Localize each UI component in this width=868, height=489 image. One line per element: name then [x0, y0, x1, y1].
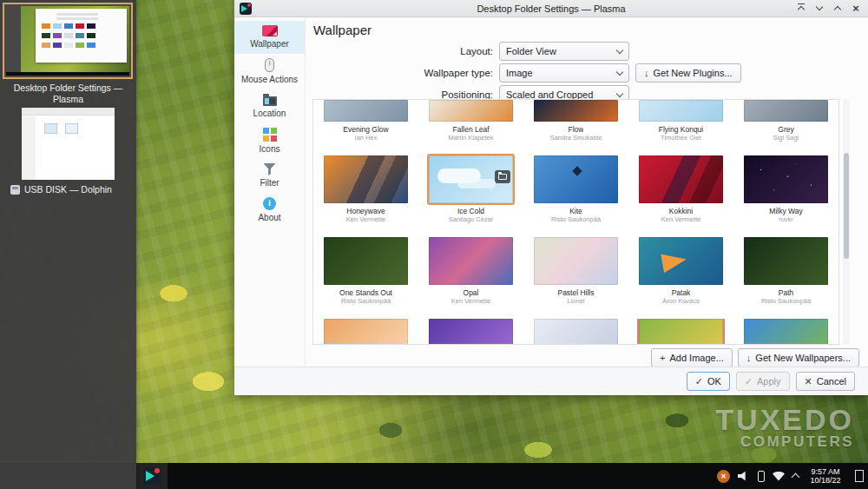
wallpaper-item-fallen-leaf[interactable]: Fallen LeafMartin Klapetek: [418, 100, 523, 142]
input-x-icon[interactable]: ✕: [717, 470, 730, 483]
maximize-button[interactable]: [831, 2, 845, 16]
wallpaper-name: Grey: [778, 125, 793, 134]
device-icon[interactable]: [758, 471, 765, 482]
sidebar-item-label: Location: [253, 109, 286, 118]
watermark-line1: TUXEDO: [715, 406, 854, 434]
wallpaper-item[interactable]: [523, 319, 628, 345]
wallpaper-thumbnail[interactable]: [429, 319, 513, 345]
wallpaper-thumbnail[interactable]: [324, 155, 408, 203]
close-button[interactable]: ×: [849, 2, 863, 16]
wallpaper-item-ice-cold[interactable]: Ice ColdSantiago Cézar: [418, 155, 523, 223]
window-preview-plasma[interactable]: [3, 3, 133, 79]
wallpaper-thumbnail[interactable]: [639, 319, 723, 345]
sidebar-item-about[interactable]: About: [234, 193, 305, 228]
add-image-button[interactable]: + Add Image...: [651, 348, 733, 367]
chevron-down-icon: [616, 89, 623, 96]
show-desktop-button[interactable]: [855, 470, 864, 482]
cancel-button[interactable]: ✕ Cancel: [796, 372, 855, 391]
wallpaper-thumbnail[interactable]: [429, 100, 513, 122]
window-preview-dolphin[interactable]: [22, 108, 115, 180]
mini-panel: [6, 6, 21, 76]
wallpaper-item-evening-glow[interactable]: Evening GlowIan Hex: [313, 100, 418, 142]
wallpaper-item-grey[interactable]: GreySigi Sagi: [733, 100, 838, 142]
folder-badge-icon[interactable]: [495, 170, 510, 183]
layout-dropdown[interactable]: Folder View: [499, 42, 629, 61]
mini-form-lines: [56, 13, 98, 16]
wallpaper-item-opal[interactable]: OpalKen Vermette: [418, 237, 523, 305]
wallpaper-name: Flying Konqui: [659, 125, 704, 134]
sidebar-item-location[interactable]: Location: [234, 89, 305, 123]
dialog-title: Desktop Folder Settings — Plasma: [234, 3, 868, 14]
wallpaper-author: Risto Saukonpää: [551, 215, 601, 223]
wallpaper-thumbnail[interactable]: [534, 100, 618, 122]
wallpaper-item-kokkini[interactable]: KokkiniKen Vermette: [628, 155, 733, 223]
wallpaper-item[interactable]: [733, 319, 838, 345]
wallpaper-type-label: Wallpaper type:: [306, 68, 499, 78]
mini-taskbar: [6, 72, 129, 76]
check-icon: ✓: [695, 376, 703, 387]
wallpaper-thumbnail[interactable]: [429, 155, 513, 203]
volume-icon[interactable]: [738, 471, 750, 481]
sidebar-item-label: Icons: [260, 144, 280, 154]
wallpaper-item-patak[interactable]: PatakÁron Kovács: [628, 237, 733, 305]
wallpaper-item-one-stands-out[interactable]: One Stands OutRisto Saukonpää: [313, 237, 418, 305]
dolphin-window-thumbnail: [22, 108, 115, 180]
wallpaper-thumbnail[interactable]: [744, 155, 828, 203]
wallpaper-name: Ice Cold: [457, 207, 484, 215]
wallpaper-thumbnail[interactable]: [324, 100, 408, 122]
expand-tray-icon[interactable]: [792, 473, 800, 482]
wallpaper-author: Martin Klapetek: [448, 134, 493, 142]
wallpaper-item[interactable]: [313, 319, 418, 345]
keep-above-icon: [798, 6, 805, 13]
wallpaper-item[interactable]: [418, 319, 523, 345]
wallpaper-thumbnail[interactable]: [324, 319, 408, 345]
sidebar-item-icons[interactable]: Icons: [234, 123, 305, 159]
wallpaper-thumbnail[interactable]: [534, 155, 618, 203]
wallpaper-item-flying-konqui[interactable]: Flying KonquiTimothée Giet: [628, 100, 733, 142]
wallpaper-thumbnail[interactable]: [534, 237, 618, 285]
sidebar-item-label: Filter: [260, 178, 279, 188]
window-preview-title: Desktop Folder Settings — Plasma: [5, 83, 131, 104]
clock-date: 10/18/22: [806, 476, 845, 485]
get-new-plugins-button[interactable]: ↓ Get New Plugins...: [635, 63, 741, 83]
wallpaper-item-milky-way[interactable]: Milky Wayruvkr: [733, 155, 838, 223]
keep-above-button[interactable]: [794, 2, 808, 16]
wallpaper-item-flow[interactable]: FlowSandra Smukaste: [523, 100, 628, 142]
sidebar-item-label: About: [258, 213, 280, 222]
system-tray: ✕ 9:57 AM 10/18/22: [717, 467, 868, 485]
chevron-down-icon: [616, 46, 623, 53]
wallpaper-thumbnail[interactable]: [639, 155, 723, 203]
apply-button[interactable]: ✓ Apply: [736, 372, 790, 391]
wallpaper-author: Risto Saukonpää: [341, 297, 391, 305]
wallpaper-type-dropdown[interactable]: Image: [499, 63, 629, 83]
minimize-button[interactable]: [812, 2, 826, 16]
dialog-titlebar[interactable]: Desktop Folder Settings — Plasma ×: [234, 0, 868, 17]
taskbar-task-plasma[interactable]: [136, 463, 168, 489]
wallpaper-thumbnail[interactable]: [639, 100, 723, 122]
wallpaper-item-pastel-hills[interactable]: Pastel HillsLionel: [523, 237, 628, 305]
wallpaper-thumbnail[interactable]: [744, 100, 828, 122]
ok-button[interactable]: ✓ OK: [687, 372, 730, 391]
wallpaper-item-honeywave[interactable]: HoneywaveKen Vermette: [313, 155, 418, 223]
sidebar-item-filter[interactable]: Filter: [234, 159, 305, 193]
sidebar-item-mouse-actions[interactable]: Mouse Actions: [234, 54, 305, 89]
scrollbar-thumb[interactable]: [844, 153, 849, 259]
wallpaper-item[interactable]: [628, 319, 733, 345]
titlebar-buttons: ×: [790, 2, 863, 16]
wallpaper-item-path[interactable]: PathRisto Saukonpää: [733, 237, 838, 305]
network-icon[interactable]: [773, 472, 785, 481]
sidebar-item-wallpaper[interactable]: Wallpaper: [234, 21, 305, 54]
wallpaper-thumbnail[interactable]: [744, 237, 828, 285]
wallpaper-item-kite[interactable]: KiteRisto Saukonpää: [523, 155, 628, 223]
wallpaper-name: Evening Glow: [343, 125, 388, 134]
scrollbar[interactable]: [843, 99, 850, 345]
wallpaper-thumbnail[interactable]: [744, 319, 828, 345]
digital-clock[interactable]: 9:57 AM 10/18/22: [806, 467, 845, 485]
sidebar-item-label: Mouse Actions: [241, 75, 298, 84]
wallpaper-thumbnail[interactable]: [534, 319, 618, 345]
get-new-wallpapers-button[interactable]: ↓ Get New Wallpapers...: [738, 348, 859, 367]
wallpaper-thumbnail[interactable]: [639, 237, 723, 285]
mini-toolbar: [22, 108, 115, 116]
wallpaper-thumbnail[interactable]: [324, 237, 408, 285]
wallpaper-thumbnail[interactable]: [429, 237, 513, 285]
